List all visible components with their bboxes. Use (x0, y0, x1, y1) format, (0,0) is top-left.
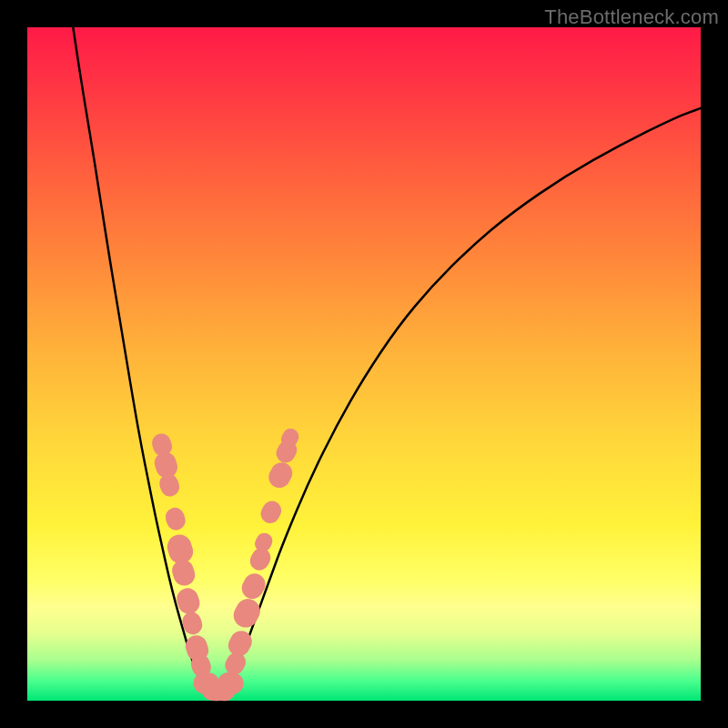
data-marker (238, 570, 269, 602)
marker-layer (149, 426, 301, 702)
watermark-text: TheBottleneck.com (544, 5, 719, 29)
bottleneck-curve (73, 27, 701, 694)
data-marker (169, 557, 197, 588)
data-marker (163, 505, 187, 532)
chart-frame: TheBottleneck.com (0, 0, 728, 728)
plot-area (27, 27, 701, 701)
data-marker (258, 498, 285, 527)
data-marker (229, 594, 265, 632)
data-marker (265, 459, 296, 491)
bottleneck-curve-svg (27, 27, 701, 701)
